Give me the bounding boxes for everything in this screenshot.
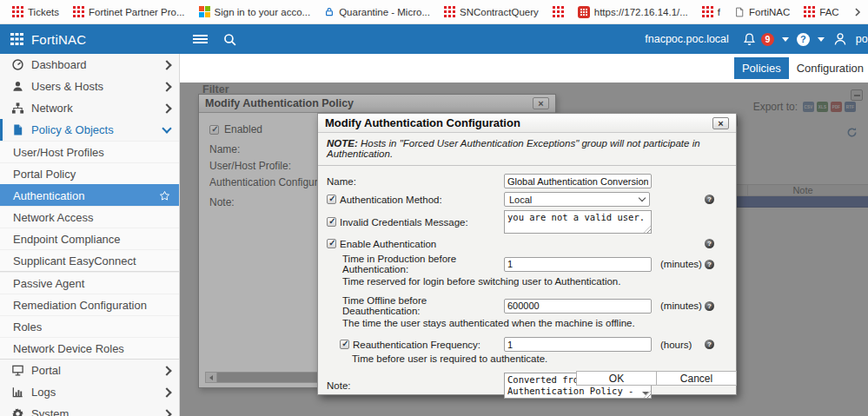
time-in-production-helper-text: Time reserved for login before switching… bbox=[327, 276, 727, 287]
name-input[interactable] bbox=[504, 174, 652, 188]
bookmark-item[interactable]: f bbox=[702, 6, 720, 17]
sidebar-item-label: Logs bbox=[31, 386, 56, 399]
cancel-button[interactable]: Cancel bbox=[656, 371, 737, 386]
sidebar-item-endpoint-compliance[interactable]: Endpoint Compliance bbox=[0, 228, 179, 249]
bookmark-item[interactable]: FortiNAC bbox=[734, 6, 790, 18]
sidebar-item-authentication[interactable]: Authentication bbox=[0, 184, 179, 206]
work-area: Filter Export to: CSV XLS PDF RTF Note bbox=[180, 83, 868, 416]
close-icon[interactable] bbox=[712, 117, 729, 129]
authentication-method-label: Authentication Method: bbox=[340, 195, 442, 205]
sidebar-item-network-access[interactable]: Network Access bbox=[0, 206, 179, 228]
sidebar-item-passive-agent[interactable]: Passive Agent bbox=[0, 272, 179, 294]
dashboard-icon bbox=[11, 58, 24, 71]
help-icon[interactable] bbox=[797, 33, 810, 46]
bookmark-label: SNContractQuery bbox=[460, 7, 539, 17]
help-icon[interactable] bbox=[705, 239, 714, 248]
help-icon[interactable] bbox=[705, 340, 714, 349]
bookmark-item[interactable]: Tickets bbox=[12, 6, 59, 17]
tab-policies[interactable]: Policies bbox=[734, 57, 789, 79]
tab-configuration[interactable]: Configuration bbox=[789, 57, 868, 79]
sidebar-item-label: Roles bbox=[13, 320, 42, 333]
chevron-right-icon bbox=[163, 62, 170, 69]
reauthentication-frequency-unit: (hours) bbox=[657, 340, 702, 350]
note-label: Note: bbox=[327, 380, 351, 391]
sidebar-item-label: Dashboard bbox=[31, 58, 87, 71]
sidebar-item-label: Network bbox=[31, 102, 73, 115]
authentication-method-selected-value: Local bbox=[509, 195, 532, 205]
sidebar-item-policy-objects[interactable]: Policy & Objects bbox=[0, 119, 179, 141]
reauthentication-frequency-checkbox[interactable] bbox=[340, 340, 349, 349]
invalid-credentials-message-textarea[interactable] bbox=[504, 210, 652, 234]
authentication-method-checkbox[interactable] bbox=[327, 195, 336, 204]
page-icon bbox=[734, 6, 745, 18]
help-icon[interactable] bbox=[705, 260, 714, 269]
chevron-down-icon[interactable] bbox=[782, 37, 789, 42]
chevron-right-icon bbox=[163, 389, 170, 396]
chevron-down-icon bbox=[163, 128, 170, 132]
field-row-name: Name: bbox=[327, 174, 727, 188]
time-offline-input[interactable] bbox=[504, 299, 652, 314]
invalid-credentials-message-checkbox[interactable] bbox=[327, 217, 336, 227]
bookmark-item[interactable]: Sign in to your acco... bbox=[199, 6, 311, 17]
fortinet-icon bbox=[12, 6, 23, 17]
reauthentication-frequency-input[interactable] bbox=[504, 337, 652, 352]
sidebar-item-user-host-profiles[interactable]: User/Host Profiles bbox=[0, 141, 179, 162]
time-offline-helper-text: The time the user stays authenticated wh… bbox=[327, 318, 727, 328]
modal-title: Modify Authentication Configuration bbox=[325, 116, 520, 129]
app-title: FortiNAC bbox=[31, 32, 86, 47]
bookmark-item[interactable]: SNContractQuery bbox=[444, 6, 539, 17]
authentication-method-select[interactable]: Local bbox=[504, 192, 650, 207]
policy-icon bbox=[11, 123, 24, 136]
dialog-buttons: OK Cancel bbox=[576, 371, 737, 386]
enable-authentication-checkbox[interactable] bbox=[327, 239, 336, 248]
note-text: Hosts in "Forced User Authentication Exc… bbox=[327, 138, 700, 159]
chevron-down-icon[interactable] bbox=[818, 37, 825, 42]
notification-badge[interactable]: 9 bbox=[761, 33, 774, 46]
user-icon[interactable] bbox=[832, 31, 848, 47]
ok-button[interactable]: OK bbox=[576, 371, 657, 386]
bookmark-item[interactable]: https://172.16.14.1/... bbox=[578, 6, 688, 18]
sidebar-item-label: Supplicant EasyConnect bbox=[13, 254, 136, 267]
time-in-production-input[interactable] bbox=[504, 257, 652, 272]
sidebar-item-dashboard[interactable]: Dashboard bbox=[0, 54, 179, 76]
sidebar-item-label: User/Host Profiles bbox=[13, 146, 104, 159]
bookmark-item[interactable]: Quarantine - Micro... bbox=[324, 6, 430, 17]
sidebar-item-network[interactable]: Network bbox=[0, 97, 179, 119]
network-icon bbox=[11, 102, 24, 115]
bookmarks-overflow[interactable] bbox=[853, 7, 862, 17]
help-icon[interactable] bbox=[705, 195, 714, 204]
bookmark-item[interactable] bbox=[553, 6, 564, 17]
sidebar-item-system[interactable]: System bbox=[0, 403, 179, 416]
sidebar-item-label: System bbox=[31, 407, 69, 416]
username: poc bbox=[856, 33, 868, 45]
search-icon[interactable] bbox=[222, 32, 237, 50]
system-icon bbox=[11, 407, 24, 416]
sidebar-item-network-device-roles[interactable]: Network Device Roles bbox=[0, 337, 179, 359]
bookmarks-bar: TicketsFortinet Partner Pro...Sign in to… bbox=[0, 0, 868, 24]
sidebar-item-supplicant-easyconnect[interactable]: Supplicant EasyConnect bbox=[0, 249, 179, 271]
content-header: Policies Configuration bbox=[180, 54, 868, 83]
chevron-right-icon bbox=[163, 105, 170, 112]
logs-icon bbox=[11, 386, 24, 399]
lock-icon bbox=[324, 6, 335, 17]
menu-icon[interactable] bbox=[193, 35, 208, 43]
sidebar-item-remediation-configuration[interactable]: Remediation Configuration bbox=[0, 294, 179, 315]
bookmark-label: FortiNAC bbox=[749, 7, 790, 17]
time-in-production-unit: (minutes) bbox=[657, 259, 702, 269]
bookmark-item[interactable]: Fortinet Partner Pro... bbox=[73, 6, 185, 17]
sidebar-item-users-hosts[interactable]: Users & Hosts bbox=[0, 76, 179, 97]
overflow-chevron-icon bbox=[853, 7, 862, 17]
sidebar-item-logs[interactable]: Logs bbox=[0, 381, 179, 403]
sidebar-item-label: Policy & Objects bbox=[31, 123, 114, 136]
sidebar-item-portal-policy[interactable]: Portal Policy bbox=[0, 162, 179, 184]
enable-authentication-label: Enable Authentication bbox=[340, 239, 436, 249]
sidebar-item-roles[interactable]: Roles bbox=[0, 315, 179, 337]
help-icon[interactable] bbox=[705, 301, 714, 311]
fortinet-icon bbox=[444, 6, 455, 17]
time-offline-unit: (minutes) bbox=[657, 300, 702, 311]
red-app-icon bbox=[578, 6, 590, 18]
bell-icon[interactable] bbox=[742, 32, 757, 47]
sidebar-item-portal[interactable]: Portal bbox=[0, 360, 179, 381]
bookmark-item[interactable]: FAC bbox=[804, 6, 838, 17]
sidebar-item-label: Network Access bbox=[13, 211, 93, 224]
